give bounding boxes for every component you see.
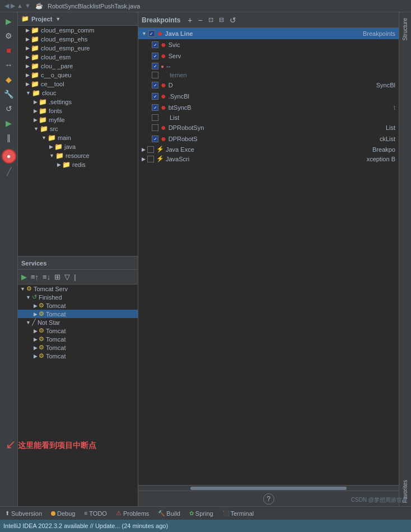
bp-remove-btn[interactable]: − <box>197 15 204 25</box>
bp-label: DPRobotS <box>169 136 379 142</box>
bp-item-2[interactable]: ● Serv <box>138 50 399 62</box>
status-terminal[interactable]: ⬛ Terminal <box>221 510 256 517</box>
refresh-tool[interactable]: ↺ <box>2 102 16 115</box>
tree-item-myfile[interactable]: ▶ 📁 myfile <box>18 115 138 124</box>
bp-checkbox[interactable] <box>152 114 158 121</box>
bp-checkbox[interactable] <box>152 82 158 88</box>
bp-group-java-exception[interactable]: ▶ ⚡ Java Exce Breakpo <box>138 144 399 154</box>
svc-notstarted-group[interactable]: ▼ ╱ Not Star <box>18 318 138 326</box>
bp-checkbox[interactable] <box>147 146 154 153</box>
bp-checkbox[interactable] <box>152 124 158 131</box>
top-filename-bar: ◀ ▶ ▲ ▼ ☕ RobotSyncBlacklistPushTask.jav… <box>0 0 411 12</box>
svc-tomcat-1[interactable]: ▶ ⚙ Tomcat <box>18 301 138 310</box>
bp-checkbox[interactable] <box>148 30 155 37</box>
breakpoints-panel: Breakpoints + − ⊡ ⊟ ↺ ▼ ● Java Line Brea… <box>138 12 399 506</box>
bp-refresh-btn[interactable]: ↺ <box>228 15 238 25</box>
play-tool2[interactable]: ▶ <box>2 116 16 130</box>
svc-run-btn[interactable]: ▶ <box>20 272 28 282</box>
status-todo[interactable]: ≡ TODO <box>82 510 108 517</box>
arrow-collapsed: ▶ <box>142 147 146 152</box>
arrow-expanded: ▼ <box>20 286 25 292</box>
status-subversion[interactable]: ⬆ Subversion <box>3 510 44 517</box>
svc-label: Tomcat <box>46 344 66 351</box>
bp-checkbox[interactable] <box>147 156 154 162</box>
status-debug[interactable]: Debug <box>49 510 77 517</box>
tree-item-redis[interactable]: ▶ 📁 redis <box>18 160 138 169</box>
tree-item-main[interactable]: ▼ 📁 main <box>18 133 138 142</box>
tree-item-clouc[interactable]: ▼ 📁 clouc <box>18 88 138 97</box>
help-icon[interactable]: ? <box>263 493 274 505</box>
breakpoints-button[interactable]: ● <box>2 149 16 164</box>
status-problems[interactable]: ⚠ Problems <box>114 510 151 517</box>
bp-item-8[interactable]: List <box>138 113 399 122</box>
bp-item-5[interactable]: ● D SyncBl <box>138 80 399 91</box>
todo-icon: ≡ <box>84 510 87 516</box>
tree-item-cloud-esmp-eure[interactable]: ▶ 📁 cloud_esmp_eure <box>18 44 138 53</box>
tree-item-cloud-esmp-ehs[interactable]: ▶ 📁 cloud_esmp_ehs <box>18 35 138 44</box>
status-build[interactable]: 🔨 Build <box>156 510 181 517</box>
bp-item-10[interactable]: ● DPRobotS ckList <box>138 133 399 144</box>
svc-finished-group[interactable]: ▼ ↺ Finished <box>18 293 138 301</box>
svc-tomcat-3[interactable]: ▶ ⚙ Tomcat <box>18 326 138 335</box>
svc-tomcat-5[interactable]: ▶ ⚙ Tomcat <box>18 343 138 352</box>
svc-grid-btn[interactable]: ⊞ <box>53 272 62 282</box>
bp-label: temen <box>170 72 395 78</box>
tree-label: cloud_esmp_ehs <box>41 36 87 43</box>
bp-checkbox[interactable] <box>152 72 158 78</box>
services-panel-header: Services <box>18 256 138 270</box>
status-spring[interactable]: ✿ Spring <box>188 510 215 517</box>
tree-item-fonts[interactable]: ▶ 📁 fonts <box>18 106 138 115</box>
tree-item-cloud-esmp[interactable]: ▶ 📁 cloud_esm <box>18 53 138 62</box>
svc-tomcat-group[interactable]: ▼ ⚙ Tomcat Serv <box>18 284 138 293</box>
bp-item-7[interactable]: ● btSyncB t <box>138 102 399 113</box>
step-into-tool[interactable]: ◆ <box>2 73 16 86</box>
tree-item-cloud-esmp-comm[interactable]: ▶ 📁 cloud_esmp_comm <box>18 26 138 35</box>
bp-scrollbar[interactable] <box>138 485 399 491</box>
tree-item-tool[interactable]: ▶ 📁 ce__tool <box>18 80 138 88</box>
debug-tool[interactable]: ⚙ <box>2 29 16 43</box>
bp-import-btn[interactable]: ⊟ <box>217 16 226 24</box>
tomcat-icon: ⚙ <box>39 344 44 351</box>
favorites-tab[interactable]: Favorites <box>401 477 409 506</box>
bp-item-3[interactable]: ● -- <box>138 62 399 71</box>
tree-item-clou[interactable]: ▶ 📁 clou_ _pare <box>18 62 138 71</box>
bp-label2: ckList <box>380 136 395 142</box>
bp-checkbox[interactable] <box>152 63 158 69</box>
bp-item-9[interactable]: ● DPRobotSyn List <box>138 122 399 133</box>
bp-checkbox[interactable] <box>152 53 158 59</box>
bp-group-javascript-exception[interactable]: ▶ ⚡ JavaScri xception B <box>138 154 399 164</box>
slash-tool[interactable]: ╱ <box>2 165 16 178</box>
bp-checkbox[interactable] <box>152 104 158 111</box>
bp-item-1[interactable]: ● Svic <box>138 39 399 50</box>
svc-down-btn[interactable]: ≡↓ <box>41 272 52 282</box>
bp-group-java-line[interactable]: ▼ ● Java Line Breakpoints <box>138 28 399 39</box>
nav-arrows[interactable]: ◀ ▶ ▲ ▼ <box>4 2 31 10</box>
bp-checkbox[interactable] <box>152 136 158 142</box>
stop-tool[interactable]: ■ <box>2 44 16 57</box>
arrow-icon: ▶ <box>26 27 30 33</box>
bp-export-btn[interactable]: ⊡ <box>207 16 215 24</box>
tree-item-java[interactable]: ▶ 📁 java <box>18 142 138 151</box>
arrow-icon: ▶ <box>34 328 38 334</box>
svc-tomcat-4[interactable]: ▶ ⚙ Tomcat <box>18 335 138 343</box>
bp-item-6[interactable]: ● .SyncBl <box>138 91 399 102</box>
bp-item-4[interactable]: temen <box>138 71 399 80</box>
structure-tab[interactable]: Structure <box>401 15 409 44</box>
svc-tomcat-6[interactable]: ▶ ⚙ Tomcat <box>18 352 138 360</box>
tree-item-settings[interactable]: ▶ 📁 .settings <box>18 97 138 106</box>
tree-item-src[interactable]: ▼ 📁 src <box>18 124 138 133</box>
run-tool[interactable]: ▶ <box>2 15 16 28</box>
project-dropdown[interactable]: ▼ <box>55 16 60 22</box>
wrench-tool[interactable]: 🔧 <box>2 87 16 101</box>
tree-item-resources[interactable]: ▼ 📁 resource <box>18 151 138 160</box>
tree-item-queue[interactable]: ▶ 📁 c__o_queu <box>18 71 138 80</box>
svc-tomcat-2-selected[interactable]: ▶ ⚙ Tomcat <box>18 310 138 318</box>
bp-add-btn[interactable]: + <box>186 15 194 25</box>
step-over-tool[interactable]: ↔ <box>2 58 16 72</box>
svc-filter-btn[interactable]: ▽ <box>63 272 71 282</box>
bp-checkbox[interactable] <box>152 93 158 100</box>
bp-dot: ● <box>161 92 166 101</box>
pause-tool[interactable]: ‖ <box>2 131 16 144</box>
svc-up-btn[interactable]: ≡↑ <box>30 272 40 282</box>
bp-checkbox[interactable] <box>152 41 158 48</box>
